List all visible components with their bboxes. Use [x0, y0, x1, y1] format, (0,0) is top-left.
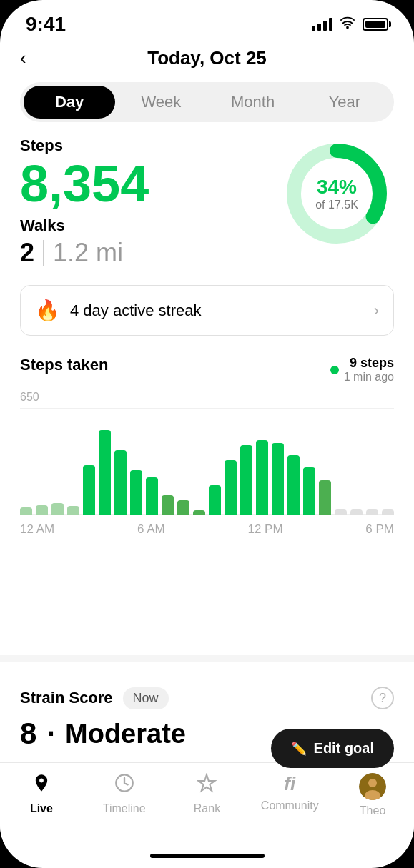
- chart-bar: [240, 445, 252, 515]
- profile-nav-label: Theo: [360, 804, 385, 817]
- section-divider: [0, 655, 414, 662]
- steps-section: Steps 8,354 Walks 2 1.2 mi 34% of 17.5K: [20, 136, 394, 268]
- walks-detail: 2 1.2 mi: [20, 238, 149, 268]
- period-tab-bar: Day Week Month Year: [20, 82, 394, 122]
- pencil-icon: ✏️: [291, 741, 307, 757]
- strain-left: Strain Score Now: [20, 687, 169, 709]
- streak-left: 🔥 4 day active streak: [35, 299, 201, 322]
- chart-x-labels: 12 AM 6 AM 12 PM 6 PM: [20, 522, 394, 537]
- chart-bar: [193, 510, 205, 515]
- edit-goal-label: Edit goal: [314, 740, 374, 757]
- chart-bar: [303, 467, 315, 515]
- rank-nav-icon: [197, 773, 217, 798]
- chart-bar: [366, 509, 378, 515]
- edit-goal-button[interactable]: ✏️ Edit goal: [271, 729, 394, 768]
- rank-nav-label: Rank: [194, 802, 220, 815]
- nav-profile[interactable]: Theo: [331, 773, 414, 817]
- chart-bar: [162, 495, 174, 515]
- x-label-6pm: 6 PM: [365, 522, 394, 537]
- nav-rank[interactable]: Rank: [166, 773, 249, 815]
- chart-bar: [256, 440, 268, 515]
- live-nav-icon: [31, 773, 51, 798]
- chart-live-info: 9 steps 1 min ago: [330, 356, 394, 384]
- status-icons: [312, 16, 388, 33]
- strain-label: Moderate: [65, 719, 186, 749]
- bars-container: [20, 415, 394, 515]
- chart-bar: [20, 507, 32, 515]
- chart-bar: [36, 505, 48, 515]
- grid-line-top: [20, 408, 394, 409]
- header: ‹ Today, Oct 25: [0, 39, 414, 78]
- svg-point-4: [368, 779, 377, 787]
- tab-week[interactable]: Week: [115, 86, 207, 119]
- walks-count: 2: [20, 238, 34, 268]
- chart-bar: [319, 480, 331, 515]
- nav-community[interactable]: fi Community: [248, 773, 331, 812]
- flame-icon: 🔥: [35, 299, 60, 322]
- steps-left: Steps 8,354 Walks 2 1.2 mi: [20, 136, 149, 268]
- donut-percent: 34%: [315, 176, 358, 199]
- walks-divider: [43, 240, 44, 266]
- chart-section: Steps taken 9 steps 1 min ago 650 12 A: [20, 356, 394, 537]
- chart-bar: [350, 509, 363, 515]
- chart-bar: [209, 485, 221, 515]
- page-title: Today, Oct 25: [147, 47, 267, 69]
- status-time: 9:41: [26, 13, 66, 36]
- chevron-right-icon: ›: [374, 301, 379, 320]
- x-label-12am: 12 AM: [20, 522, 54, 537]
- chart-y-label: 650: [20, 391, 394, 404]
- tab-month[interactable]: Month: [207, 86, 299, 119]
- chart-bar: [67, 506, 79, 515]
- strain-badge: Now: [123, 687, 169, 709]
- nav-timeline[interactable]: Timeline: [83, 773, 166, 815]
- home-indicator: [150, 854, 265, 858]
- chart-header: Steps taken 9 steps 1 min ago: [20, 356, 394, 384]
- streak-text: 4 day active streak: [70, 301, 201, 320]
- donut-sub: of 17.5K: [315, 198, 358, 210]
- bottom-nav: Live Timeline Rank fi Community: [0, 762, 414, 848]
- chart-bar: [146, 477, 158, 515]
- chart-area: [20, 408, 394, 515]
- strain-header: Strain Score Now ?: [20, 687, 394, 709]
- walks-label: Walks: [20, 216, 149, 235]
- live-nav-label: Live: [30, 802, 53, 815]
- steps-count: 8,354: [20, 158, 149, 209]
- strain-info-button[interactable]: ?: [371, 687, 394, 709]
- nav-live[interactable]: Live: [0, 773, 83, 815]
- steps-label: Steps: [20, 136, 149, 155]
- live-time: 1 min ago: [344, 371, 394, 384]
- chart-bar: [99, 430, 111, 515]
- chart-bar: [83, 465, 95, 515]
- chart-bar: [335, 509, 347, 515]
- chart-bar: [51, 503, 64, 515]
- wifi-icon: [340, 16, 355, 33]
- community-nav-icon: fi: [284, 773, 295, 795]
- chart-bar: [114, 450, 127, 515]
- tab-day[interactable]: Day: [24, 86, 115, 119]
- chart-bar: [382, 509, 394, 515]
- live-steps: 9 steps: [344, 356, 394, 371]
- chart-bar: [225, 460, 237, 515]
- strain-separator: ·: [46, 717, 55, 751]
- streak-banner[interactable]: 🔥 4 day active streak ›: [20, 285, 394, 336]
- community-nav-label: Community: [261, 799, 319, 812]
- strain-number: 8: [20, 717, 36, 751]
- avatar: [359, 773, 386, 800]
- timeline-nav-label: Timeline: [103, 802, 146, 815]
- chart-bar: [177, 500, 189, 515]
- chart-bar: [130, 470, 142, 515]
- status-bar: 9:41: [0, 0, 414, 39]
- phone-frame: 9:41 ‹ Today, Oct 25 Day: [0, 0, 414, 868]
- main-content: Steps 8,354 Walks 2 1.2 mi 34% of 17.5K: [0, 136, 414, 655]
- chart-bar: [287, 455, 300, 515]
- x-label-12pm: 12 PM: [247, 522, 282, 537]
- donut-center: 34% of 17.5K: [315, 176, 358, 211]
- live-indicator-dot: [330, 366, 339, 374]
- back-button[interactable]: ‹: [20, 47, 26, 69]
- walks-distance: 1.2 mi: [53, 238, 123, 268]
- chart-bar: [272, 443, 284, 515]
- tab-year[interactable]: Year: [299, 86, 390, 119]
- progress-donut: 34% of 17.5K: [280, 136, 394, 251]
- timeline-nav-icon: [114, 773, 134, 798]
- chart-title: Steps taken: [20, 356, 109, 374]
